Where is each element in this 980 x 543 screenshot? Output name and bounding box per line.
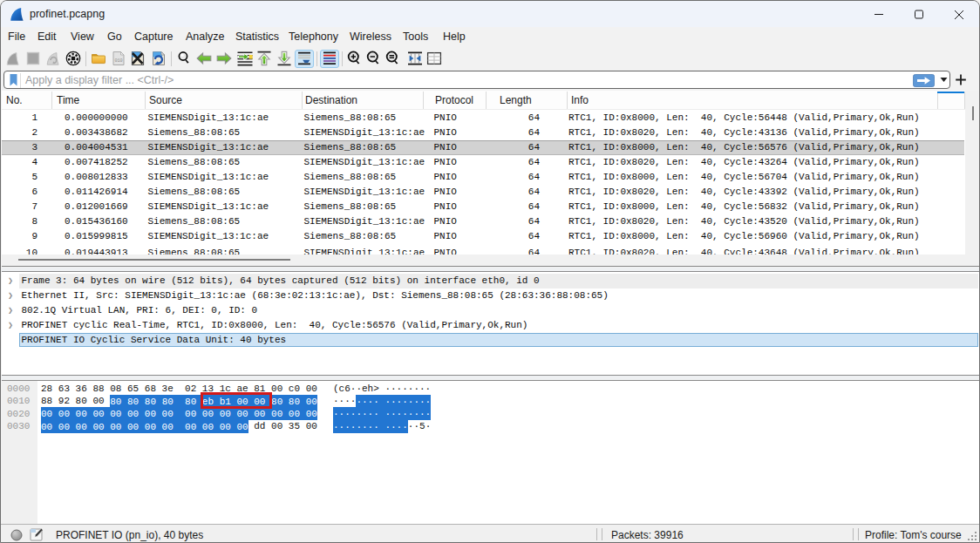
svg-text:010: 010 bbox=[114, 58, 122, 64]
